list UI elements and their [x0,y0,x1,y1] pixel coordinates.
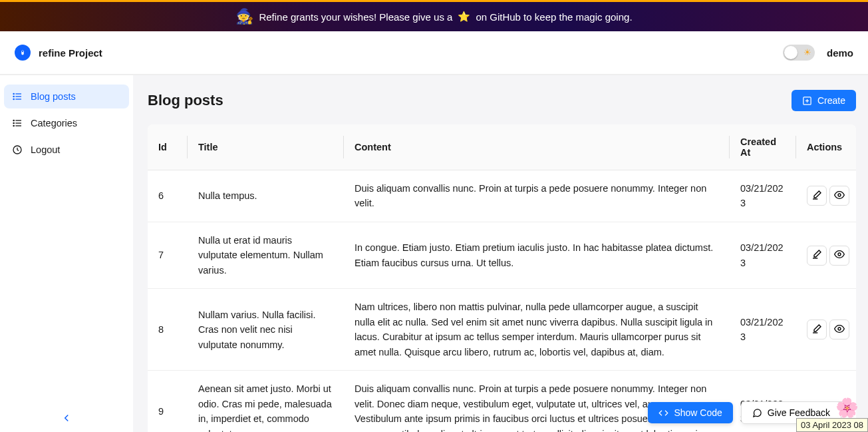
list-icon [12,118,23,128]
edit-button[interactable] [807,320,827,339]
svg-point-13 [13,122,14,123]
cell-title: Nullam varius. Nulla facilisi. Cras non … [188,289,344,371]
cell-title: Nulla tempus. [188,170,344,222]
view-button[interactable] [829,186,849,206]
svg-point-20 [838,194,841,196]
list-icon [12,91,23,102]
code-icon [658,408,668,418]
cell-created-at: 03/21/2023 [730,170,796,222]
sidebar-item-label: Logout [31,144,60,155]
react-query-devtools-icon[interactable]: 🌸 [835,397,859,419]
eye-icon [834,190,845,202]
create-button[interactable]: Create [792,90,856,111]
column-header-content[interactable]: Content [344,124,730,170]
svg-point-7 [13,96,14,97]
svg-point-12 [13,120,14,120]
edit-icon [811,249,822,262]
eye-icon [834,249,845,262]
sidebar: Blog posts Categories Logout [0,75,133,432]
svg-point-14 [13,125,14,126]
show-code-button[interactable]: Show Code [648,402,732,423]
star-icon: ⭐ [458,11,470,23]
table-row: 8Nullam varius. Nulla facilisi. Cras non… [148,289,856,371]
view-button[interactable] [829,320,849,339]
edit-button[interactable] [807,246,827,266]
edit-icon [811,324,822,336]
give-feedback-label: Give Feedback [768,407,830,418]
sidebar-item-label: Categories [31,118,77,128]
sidebar-item-categories[interactable]: Categories [4,111,129,135]
edit-button[interactable] [807,186,827,206]
cell-created-at: 03/21/2023 [730,222,796,288]
cell-content: Duis aliquam convallis nunc. Proin at tu… [344,170,730,222]
banner-text-a: Refine grants your wishes! Please give u… [259,11,452,23]
column-header-created-at[interactable]: Created At [730,124,796,170]
plus-square-icon [802,96,812,106]
user-area: ☀ demo [783,45,853,61]
username: demo [827,47,853,59]
svg-point-6 [13,93,14,94]
promo-banner[interactable]: 🧙 Refine grants your wishes! Please give… [0,0,868,31]
create-button-label: Create [817,95,845,106]
sidebar-item-label: Blog posts [31,91,76,102]
cell-created-at: 03/21/2023 [730,289,796,371]
page-header: Blog posts Create [148,90,856,111]
chat-icon [752,408,762,418]
cell-id: 9 [148,371,188,432]
sidebar-item-logout[interactable]: Logout [4,138,129,162]
cell-actions [796,289,856,371]
show-code-label: Show Code [674,407,722,418]
cell-id: 7 [148,222,188,288]
sidebar-collapse-button[interactable] [0,412,133,424]
theme-toggle[interactable]: ☀ [783,45,815,61]
system-clock: 03 April 2023 08 [796,418,868,432]
svg-point-8 [13,99,14,99]
cell-content: Nam ultrices, libero non mattis pulvinar… [344,289,730,371]
wizard-icon: 🧙 [235,8,253,25]
eye-icon [834,324,845,336]
topbar: refine Project ☀ demo [0,31,868,75]
sun-icon: ☀ [803,47,811,57]
cell-id: 8 [148,289,188,371]
sidebar-item-blog-posts[interactable]: Blog posts [4,85,129,108]
main-content: Blog posts Create Id Title Content Creat… [133,75,868,432]
svg-point-24 [838,327,841,330]
cell-content: In congue. Etiam justo. Etiam pretium ia… [344,222,730,288]
column-header-actions: Actions [796,124,856,170]
cell-actions [796,222,856,288]
data-table: Id Title Content Created At Actions 6Nul… [148,124,856,432]
view-button[interactable] [829,246,849,266]
column-header-id[interactable]: Id [148,124,188,170]
svg-point-22 [838,253,841,256]
cell-title: Nulla ut erat id mauris vulputate elemen… [188,222,344,288]
brand-logo-icon [15,45,31,61]
chevron-left-icon [61,412,72,424]
cell-actions [796,170,856,222]
column-header-title[interactable]: Title [188,124,344,170]
logout-icon [12,144,23,155]
brand[interactable]: refine Project [15,45,102,61]
svg-point-2 [22,51,23,52]
table-row: 6Nulla tempus.Duis aliquam convallis nun… [148,170,856,222]
page-title: Blog posts [148,92,223,109]
cell-id: 6 [148,170,188,222]
cell-title: Aenean sit amet justo. Morbi ut odio. Cr… [188,371,344,432]
table-row: 7Nulla ut erat id mauris vulputate eleme… [148,222,856,288]
edit-icon [811,190,822,202]
brand-title: refine Project [39,47,102,59]
banner-text-b: on GitHub to keep the magic going. [476,11,632,23]
